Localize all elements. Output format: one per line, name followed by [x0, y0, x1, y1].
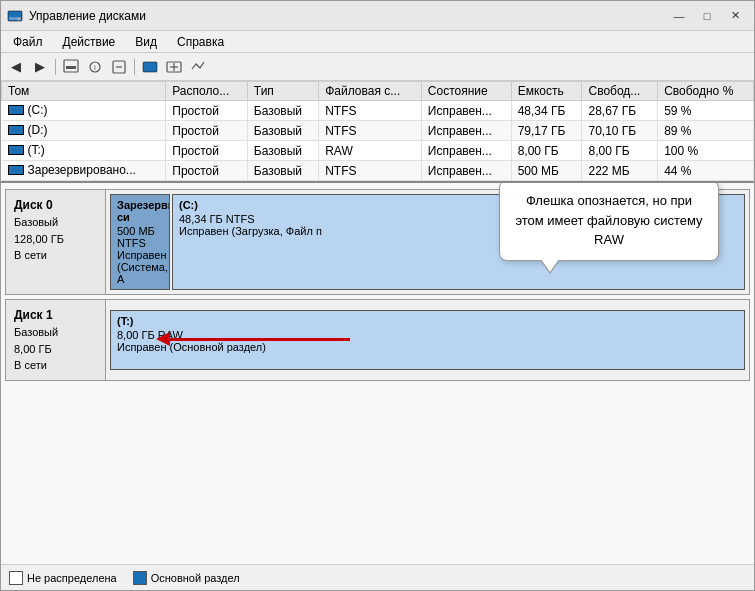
- table-row[interactable]: (C:)ПростойБазовыйNTFSИсправен...48,34 Г…: [2, 101, 754, 121]
- minimize-button[interactable]: —: [666, 6, 692, 26]
- menu-action[interactable]: Действие: [55, 33, 124, 51]
- toolbar-btn-2[interactable]: i: [84, 56, 106, 78]
- partition-t-title: (T:): [117, 315, 738, 327]
- legend-unallocated-label: Не распределена: [27, 572, 117, 584]
- disk-table: Том Располо... Тип Файловая с... Состоян…: [1, 81, 754, 181]
- callout-text: Флешка опознается, но при этом имеет фай…: [515, 193, 702, 247]
- title-bar-left: Управление дисками: [7, 8, 146, 24]
- legend-primary-box: [133, 571, 147, 585]
- toolbar-btn-6[interactable]: [187, 56, 209, 78]
- main-content: Том Располо... Тип Файловая с... Состоян…: [1, 81, 754, 590]
- disk-1-status: В сети: [14, 357, 97, 374]
- toolbar-btn-1[interactable]: [60, 56, 82, 78]
- toolbar: ◀ ▶ i: [1, 53, 754, 81]
- toolbar-btn-3[interactable]: [108, 56, 130, 78]
- arrow-line: [170, 338, 350, 341]
- disk-0-type: Базовый: [14, 214, 97, 231]
- col-tip[interactable]: Тип: [247, 82, 318, 101]
- disk-1-name: Диск 1: [14, 306, 97, 324]
- legend-primary-label: Основной раздел: [151, 572, 240, 584]
- disk-1-size: 8,00 ГБ: [14, 341, 97, 358]
- disk-1-label: Диск 1 Базовый 8,00 ГБ В сети: [6, 300, 106, 380]
- table-row[interactable]: (T:)ПростойБазовыйRAWИсправен...8,00 ГБ8…: [2, 141, 754, 161]
- maximize-button[interactable]: □: [694, 6, 720, 26]
- table-body: (C:)ПростойБазовыйNTFSИсправен...48,34 Г…: [2, 101, 754, 181]
- main-window: Управление дисками — □ ✕ Файл Действие В…: [0, 0, 755, 591]
- svg-point-2: [18, 17, 21, 20]
- col-fs[interactable]: Файловая с...: [319, 82, 422, 101]
- legend-primary: Основной раздел: [133, 571, 240, 585]
- table-row[interactable]: (D:)ПростойБазовыйNTFSИсправен...79,17 Г…: [2, 121, 754, 141]
- legend-unallocated: Не распределена: [9, 571, 117, 585]
- back-button[interactable]: ◀: [5, 56, 27, 78]
- col-rasp[interactable]: Располо...: [166, 82, 248, 101]
- menu-file[interactable]: Файл: [5, 33, 51, 51]
- toolbar-btn-4[interactable]: [139, 56, 161, 78]
- menu-help[interactable]: Справка: [169, 33, 232, 51]
- disk-0-partitions: Флешка опознается, но при этом имеет фай…: [106, 190, 749, 294]
- svg-rect-4: [66, 66, 76, 69]
- legend-bar: Не распределена Основной раздел: [1, 564, 754, 590]
- toolbar-btn-5[interactable]: [163, 56, 185, 78]
- window-controls: — □ ✕: [666, 6, 748, 26]
- disk-0-status: В сети: [14, 247, 97, 264]
- arrow-head: [156, 332, 170, 346]
- disk-0-size: 128,00 ГБ: [14, 231, 97, 248]
- table-area: Том Располо... Тип Файловая с... Состоян…: [1, 81, 754, 183]
- disk-0-row: Диск 0 Базовый 128,00 ГБ В сети Флешка о…: [5, 189, 750, 295]
- partition-reserved-status: Исправен (Система, А: [117, 249, 163, 285]
- col-freepct[interactable]: Свободно %: [658, 82, 754, 101]
- callout-bubble: Флешка опознается, но при этом имеет фай…: [499, 183, 719, 261]
- svg-rect-9: [143, 62, 157, 72]
- table-header-row: Том Располо... Тип Файловая с... Состоян…: [2, 82, 754, 101]
- partition-reserved-title: Зарезервировано си: [117, 199, 163, 223]
- menu-view[interactable]: Вид: [127, 33, 165, 51]
- svg-text:i: i: [94, 63, 96, 72]
- col-status[interactable]: Состояние: [421, 82, 511, 101]
- disk-0-label: Диск 0 Базовый 128,00 ГБ В сети: [6, 190, 106, 294]
- disk-map-area[interactable]: Диск 0 Базовый 128,00 ГБ В сети Флешка о…: [1, 183, 754, 564]
- col-free[interactable]: Свобод...: [582, 82, 658, 101]
- partition-reserved[interactable]: Зарезервировано си 500 МБ NTFS Исправен …: [110, 194, 170, 290]
- partition-reserved-size: 500 МБ NTFS: [117, 225, 163, 249]
- disk-0-name: Диск 0: [14, 196, 97, 214]
- red-arrow: [156, 332, 350, 346]
- title-bar: Управление дисками — □ ✕: [1, 1, 754, 31]
- menu-bar: Файл Действие Вид Справка: [1, 31, 754, 53]
- toolbar-sep-2: [134, 59, 135, 75]
- close-button[interactable]: ✕: [722, 6, 748, 26]
- disk-1-row: Диск 1 Базовый 8,00 ГБ В сети (T:) 8,00 …: [5, 299, 750, 381]
- forward-button[interactable]: ▶: [29, 56, 51, 78]
- table-row[interactable]: Зарезервировано...ПростойБазовыйNTFSИспр…: [2, 161, 754, 181]
- app-icon: [7, 8, 23, 24]
- col-tom[interactable]: Том: [2, 82, 166, 101]
- toolbar-sep-1: [55, 59, 56, 75]
- legend-unallocated-box: [9, 571, 23, 585]
- window-title: Управление дисками: [29, 9, 146, 23]
- disk-1-partitions: (T:) 8,00 ГБ RAW Исправен (Основной разд…: [106, 300, 749, 380]
- col-capacity[interactable]: Емкость: [511, 82, 582, 101]
- disk-1-type: Базовый: [14, 324, 97, 341]
